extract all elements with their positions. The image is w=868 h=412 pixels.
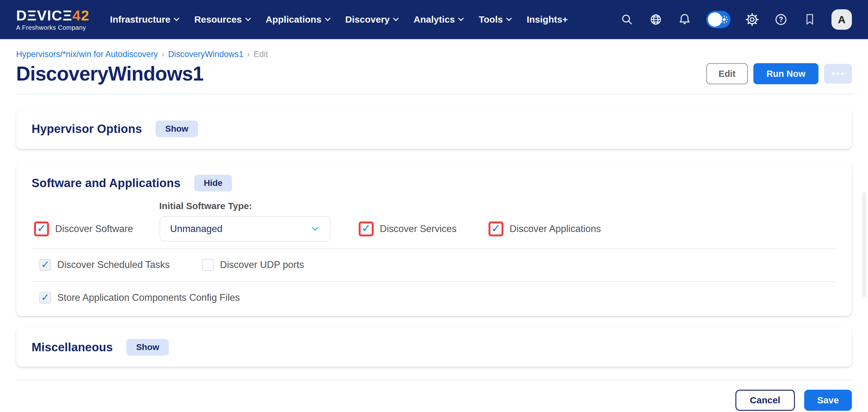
chevron-down-icon bbox=[506, 15, 512, 21]
row-divider bbox=[32, 248, 836, 249]
discover-software-label: Discover Software bbox=[55, 223, 133, 234]
menu-resources[interactable]: Resources bbox=[194, 14, 249, 25]
software-applications-hide-button[interactable]: Hide bbox=[194, 175, 232, 191]
run-now-button[interactable]: Run Now bbox=[753, 63, 818, 84]
user-avatar[interactable]: A bbox=[832, 9, 852, 30]
menu-infrastructure[interactable]: Infrastructure bbox=[110, 14, 178, 25]
hypervisor-options-card: Hypervisor Options Show bbox=[16, 109, 852, 149]
breadcrumb-link-discoverywindows1[interactable]: DiscoveryWindows1 bbox=[168, 50, 244, 59]
breadcrumb: Hypervisors/*nix/win for Autodiscovery ›… bbox=[16, 50, 852, 59]
save-button[interactable]: Save bbox=[804, 390, 852, 411]
navbar-underline bbox=[0, 39, 868, 40]
footer-actions: Cancel Save bbox=[16, 390, 852, 411]
chevron-down-icon bbox=[393, 15, 399, 21]
hypervisor-options-title: Hypervisor Options bbox=[32, 122, 142, 136]
device42-logo[interactable]: DΞVICΞ42 A Freshworks Company bbox=[16, 8, 90, 31]
chevron-down-icon bbox=[458, 15, 464, 21]
logo-wordmark: DΞVICΞ42 bbox=[16, 8, 90, 23]
scrollbar-thumb[interactable] bbox=[862, 192, 866, 297]
page-content: Hypervisors/*nix/win for Autodiscovery ›… bbox=[0, 50, 868, 411]
discover-services-label: Discover Services bbox=[380, 223, 457, 234]
menu-tools[interactable]: Tools bbox=[478, 14, 510, 25]
menu-insights-plus[interactable]: Insights+ bbox=[527, 14, 568, 25]
discover-applications-checkbox[interactable]: ✓ bbox=[489, 221, 503, 236]
discover-applications-label: Discover Applications bbox=[509, 223, 601, 234]
checkmark-icon: ✓ bbox=[37, 223, 46, 234]
navbar-actions: ? A bbox=[620, 9, 852, 30]
dot bbox=[832, 72, 835, 75]
checkmark-icon: ✓ bbox=[491, 223, 501, 234]
breadcrumb-separator: › bbox=[247, 50, 250, 59]
breadcrumb-current: Edit bbox=[254, 50, 268, 59]
hypervisor-options-show-button[interactable]: Show bbox=[156, 121, 198, 137]
discover-udp-ports-label: Discover UDP ports bbox=[220, 259, 304, 271]
breadcrumb-separator: › bbox=[162, 50, 164, 59]
page-title: DiscoveryWindows1 bbox=[16, 62, 204, 85]
cancel-button[interactable]: Cancel bbox=[736, 390, 795, 411]
help-icon[interactable]: ? bbox=[774, 12, 788, 27]
settings-gear-icon[interactable] bbox=[745, 12, 759, 27]
software-applications-card: Software and Applications Hide Initial S… bbox=[16, 164, 852, 316]
selected-software-type: Unmanaged bbox=[170, 223, 222, 234]
discover-udp-ports-checkbox[interactable] bbox=[202, 259, 214, 271]
store-config-files-checkbox[interactable]: ✓ bbox=[39, 292, 51, 304]
more-actions-button[interactable] bbox=[824, 64, 852, 84]
top-navbar: DΞVICΞ42 A Freshworks Company Infrastruc… bbox=[0, 0, 868, 39]
software-applications-title: Software and Applications bbox=[32, 177, 181, 190]
store-config-files-label: Store Application Components Config File… bbox=[57, 292, 240, 303]
chevron-down-icon bbox=[245, 15, 251, 21]
search-icon[interactable] bbox=[620, 12, 634, 27]
discover-software-checkbox[interactable]: ✓ bbox=[34, 221, 49, 236]
discover-scheduled-tasks-label: Discover Scheduled Tasks bbox=[57, 259, 170, 271]
software-checkbox-row-1: ✓ Discover Software Unmanaged ✓ Discover… bbox=[32, 216, 836, 242]
discover-scheduled-tasks-checkbox[interactable]: ✓ bbox=[39, 259, 51, 271]
edit-button[interactable]: Edit bbox=[706, 63, 748, 84]
chevron-down-icon bbox=[174, 15, 179, 21]
bookmark-icon[interactable] bbox=[803, 12, 817, 27]
discover-scheduled-tasks-option[interactable]: ✓ Discover Scheduled Tasks bbox=[39, 259, 202, 271]
breadcrumb-link-autodiscovery[interactable]: Hypervisors/*nix/win for Autodiscovery bbox=[16, 50, 158, 59]
checkmark-icon: ✓ bbox=[41, 292, 50, 302]
title-actions: Edit Run Now bbox=[706, 63, 852, 84]
chevron-down-icon bbox=[324, 15, 330, 21]
discover-software-option[interactable]: ✓ Discover Software bbox=[34, 221, 159, 236]
select-chevron-down-icon bbox=[310, 224, 320, 234]
miscellaneous-show-button[interactable]: Show bbox=[126, 339, 169, 356]
checkmark-icon: ✓ bbox=[41, 259, 50, 270]
sun-icon bbox=[720, 15, 728, 24]
discover-applications-option[interactable]: ✓ Discover Applications bbox=[489, 221, 601, 236]
footer-divider bbox=[16, 380, 852, 380]
logo-subtitle: A Freshworks Company bbox=[16, 25, 90, 31]
title-divider bbox=[16, 94, 852, 94]
discover-udp-ports-option[interactable]: Discover UDP ports bbox=[202, 259, 304, 271]
menu-analytics[interactable]: Analytics bbox=[413, 14, 463, 25]
miscellaneous-card: Miscellaneous Show bbox=[16, 328, 852, 367]
discover-services-option[interactable]: ✓ Discover Services bbox=[359, 221, 457, 236]
checkmark-icon: ✓ bbox=[362, 223, 371, 234]
row-divider bbox=[32, 281, 836, 282]
store-config-files-option[interactable]: ✓ Store Application Components Config Fi… bbox=[39, 292, 240, 304]
menu-discovery[interactable]: Discovery bbox=[345, 14, 398, 25]
main-menu: Infrastructure Resources Applications Di… bbox=[110, 14, 568, 25]
menu-applications[interactable]: Applications bbox=[266, 14, 329, 25]
title-row: DiscoveryWindows1 Edit Run Now bbox=[16, 62, 852, 85]
dot bbox=[841, 72, 844, 75]
globe-icon[interactable] bbox=[649, 12, 663, 27]
software-applications-header: Software and Applications Hide bbox=[32, 175, 836, 191]
dot bbox=[837, 72, 839, 75]
theme-toggle[interactable] bbox=[706, 11, 731, 28]
miscellaneous-title: Miscellaneous bbox=[32, 341, 113, 354]
initial-software-type-label: Initial Software Type: bbox=[159, 201, 836, 211]
software-checkbox-row-3: ✓ Store Application Components Config Fi… bbox=[32, 288, 836, 307]
software-checkbox-row-2: ✓ Discover Scheduled Tasks Discover UDP … bbox=[32, 255, 836, 275]
svg-text:?: ? bbox=[779, 15, 783, 24]
initial-software-type-select[interactable]: Unmanaged bbox=[159, 216, 331, 242]
discover-services-checkbox[interactable]: ✓ bbox=[359, 221, 374, 236]
notifications-bell-icon[interactable] bbox=[678, 12, 692, 27]
